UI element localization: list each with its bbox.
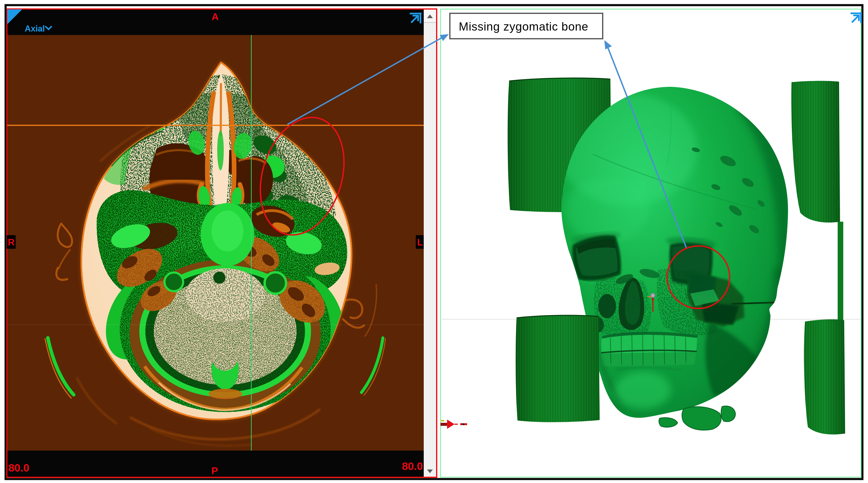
svg-text:R: R: [8, 237, 15, 247]
svg-text:L: L: [417, 237, 423, 247]
svg-text:P: P: [211, 465, 218, 476]
svg-text:80.0: 80.0: [8, 462, 29, 474]
svg-text:Missing zygomatic bone: Missing zygomatic bone: [459, 20, 588, 33]
svg-text:80.0: 80.0: [402, 460, 423, 472]
svg-text:Axial: Axial: [25, 24, 45, 33]
svg-text:A: A: [212, 11, 219, 22]
